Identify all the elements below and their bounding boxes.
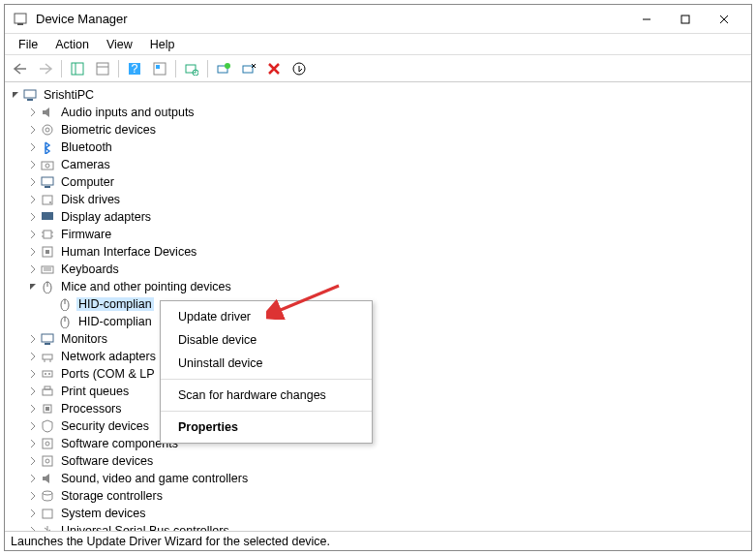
context-menu-item[interactable]: Update driver xyxy=(161,305,372,328)
category-node[interactable]: Computer xyxy=(9,173,747,191)
category-node[interactable]: Biometric devices xyxy=(9,121,747,139)
svg-point-22 xyxy=(43,125,52,135)
device-node[interactable]: HID-complian xyxy=(9,295,747,313)
minimize-button[interactable] xyxy=(627,5,666,34)
expand-arrow[interactable] xyxy=(26,421,40,431)
node-label: Security devices xyxy=(59,419,151,433)
menu-help[interactable]: Help xyxy=(142,37,183,52)
node-label: Processors xyxy=(59,402,124,416)
tb-add-legacy[interactable] xyxy=(287,58,311,79)
node-label: Mice and other pointing devices xyxy=(59,280,233,293)
expand-arrow[interactable] xyxy=(26,369,40,379)
context-menu-separator xyxy=(161,411,372,412)
tb-properties[interactable] xyxy=(91,58,114,79)
tb-update-driver[interactable] xyxy=(212,58,235,79)
expand-arrow[interactable] xyxy=(26,212,40,222)
category-node[interactable]: Disk drives xyxy=(9,191,747,208)
hid-icon xyxy=(40,244,55,260)
category-node[interactable]: Human Interface Devices xyxy=(9,243,747,261)
menu-view[interactable]: View xyxy=(99,37,140,52)
svg-rect-64 xyxy=(43,509,52,518)
expand-arrow[interactable] xyxy=(26,352,40,361)
speaker-icon xyxy=(40,471,55,486)
port-icon xyxy=(40,366,55,382)
category-node[interactable]: Mice and other pointing devices xyxy=(9,278,747,295)
svg-rect-21 xyxy=(27,99,33,101)
category-node[interactable]: Universal Serial Bus controllers xyxy=(9,522,747,531)
category-node[interactable]: Display adapters xyxy=(9,208,747,226)
category-node[interactable]: Storage controllers xyxy=(9,487,747,505)
category-node[interactable]: Cameras xyxy=(9,156,747,173)
expand-arrow[interactable] xyxy=(26,195,40,204)
expand-arrow[interactable] xyxy=(9,90,22,100)
tb-show-hide-tree[interactable] xyxy=(66,58,89,79)
node-label: Computer xyxy=(59,175,116,189)
category-node[interactable]: Security devices xyxy=(9,417,747,435)
expand-arrow[interactable] xyxy=(26,439,40,448)
category-node[interactable]: Print queues xyxy=(9,383,747,400)
category-node[interactable]: Keyboards xyxy=(9,261,747,278)
expand-arrow[interactable] xyxy=(26,334,40,344)
svg-rect-37 xyxy=(45,250,49,254)
category-node[interactable]: Network adapters xyxy=(9,348,747,365)
expand-arrow[interactable] xyxy=(26,142,40,152)
forward-button[interactable] xyxy=(34,58,57,79)
expand-arrow[interactable] xyxy=(26,108,40,117)
expand-arrow[interactable] xyxy=(26,386,40,396)
category-node[interactable]: Firmware xyxy=(9,226,747,243)
device-node[interactable]: HID-complian xyxy=(9,313,747,330)
category-node[interactable]: Audio inputs and outputs xyxy=(9,104,747,121)
expand-arrow[interactable] xyxy=(26,125,40,135)
expand-arrow[interactable] xyxy=(26,404,40,414)
tb-action-icon[interactable] xyxy=(148,58,171,79)
menu-file[interactable]: File xyxy=(11,37,45,52)
root-node[interactable]: SrishtiPC xyxy=(9,86,747,104)
tb-disable[interactable] xyxy=(237,58,260,79)
category-node[interactable]: System devices xyxy=(9,505,747,522)
category-node[interactable]: Sound, video and game controllers xyxy=(9,470,747,487)
svg-point-54 xyxy=(48,373,50,375)
context-menu-item[interactable]: Scan for hardware changes xyxy=(161,384,372,407)
context-menu-item[interactable]: Uninstall device xyxy=(161,352,372,375)
network-icon xyxy=(40,349,55,364)
expand-arrow[interactable] xyxy=(26,474,40,483)
node-label: Human Interface Devices xyxy=(59,245,198,259)
category-node[interactable]: Bluetooth xyxy=(9,139,747,156)
printer-icon xyxy=(40,384,55,399)
svg-rect-13 xyxy=(156,65,160,69)
device-tree[interactable]: SrishtiPCAudio inputs and outputsBiometr… xyxy=(5,82,751,531)
category-node[interactable]: Software devices xyxy=(9,452,747,470)
tb-scan-hardware[interactable] xyxy=(180,58,203,79)
tb-uninstall[interactable] xyxy=(262,58,286,79)
category-node[interactable]: Monitors xyxy=(9,330,747,348)
maximize-button[interactable] xyxy=(666,5,705,34)
close-button[interactable] xyxy=(705,5,743,34)
expand-arrow[interactable] xyxy=(26,526,40,531)
expand-arrow[interactable] xyxy=(26,247,40,257)
sw-icon xyxy=(40,436,55,451)
context-menu-item[interactable]: Properties xyxy=(161,416,372,439)
expand-arrow[interactable] xyxy=(26,177,40,187)
monitor-icon xyxy=(40,174,55,190)
node-label: Firmware xyxy=(59,228,113,241)
svg-rect-61 xyxy=(43,456,52,466)
disk-icon xyxy=(40,192,55,207)
category-node[interactable]: Processors xyxy=(9,400,747,417)
node-label: Disk drives xyxy=(59,193,122,206)
expand-arrow[interactable] xyxy=(26,282,40,292)
expand-arrow[interactable] xyxy=(26,160,40,170)
expand-arrow[interactable] xyxy=(26,509,40,518)
category-node[interactable]: Software components xyxy=(9,435,747,452)
category-node[interactable]: Ports (COM & LP xyxy=(9,365,747,383)
context-menu-item[interactable]: Disable device xyxy=(161,328,372,352)
tb-help[interactable]: ? xyxy=(123,58,146,79)
expand-arrow[interactable] xyxy=(26,491,40,501)
node-label: Storage controllers xyxy=(59,489,165,503)
menu-action[interactable]: Action xyxy=(47,37,97,52)
expand-arrow[interactable] xyxy=(26,230,40,239)
expand-arrow[interactable] xyxy=(26,264,40,274)
back-button[interactable] xyxy=(9,58,32,79)
node-label: Sound, video and game controllers xyxy=(59,472,250,485)
expand-arrow[interactable] xyxy=(26,456,40,466)
node-label: Audio inputs and outputs xyxy=(59,106,197,119)
